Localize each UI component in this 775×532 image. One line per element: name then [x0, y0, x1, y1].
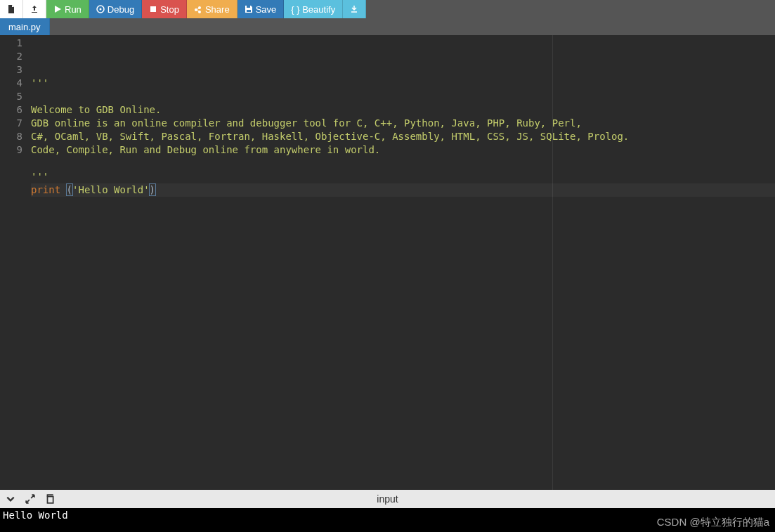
- svg-point-1: [99, 8, 101, 11]
- stop-button[interactable]: Stop: [142, 0, 187, 18]
- download-icon: [350, 5, 358, 13]
- line-number: 1: [4, 37, 22, 50]
- stop-icon: [149, 5, 157, 13]
- collapse-icon[interactable]: [6, 494, 15, 504]
- code-editor[interactable]: 123456789 '''Welcome to GDB Online.GDB o…: [0, 35, 775, 490]
- output-console[interactable]: Hello World CSDN @特立独行的猫a: [0, 508, 775, 532]
- code-line: GDB online is an online compiler and deb…: [31, 117, 775, 130]
- line-number: 7: [4, 117, 22, 130]
- toolbar: Run Debug Stop Share Save { } Beautify: [0, 0, 775, 18]
- code-line: [31, 90, 775, 103]
- stop-label: Stop: [160, 4, 179, 15]
- upload-icon: [30, 5, 39, 13]
- svg-rect-5: [48, 497, 53, 503]
- tab-label: main.py: [8, 22, 41, 32]
- share-button[interactable]: Share: [187, 0, 237, 18]
- code-line: C#, OCaml, VB, Swift, Pascal, Fortran, H…: [31, 130, 775, 143]
- debug-icon: [96, 5, 105, 13]
- line-number: 6: [4, 103, 22, 117]
- download-button[interactable]: [343, 0, 366, 18]
- share-label: Share: [205, 4, 230, 15]
- svg-rect-3: [247, 6, 250, 8]
- expand-icon[interactable]: [25, 494, 35, 504]
- line-gutter: 123456789: [0, 35, 27, 490]
- output-text: Hello World: [3, 510, 68, 521]
- copy-icon[interactable]: [45, 494, 55, 504]
- new-file-icon: [7, 5, 15, 13]
- watermark: CSDN @特立独行的猫a: [657, 516, 769, 529]
- debug-label: Debug: [108, 4, 134, 15]
- tab-bar: main.py: [0, 18, 775, 35]
- tab-main-py[interactable]: main.py: [0, 18, 50, 35]
- code-line: ''': [31, 77, 775, 90]
- beautify-button[interactable]: { } Beautify: [284, 0, 343, 18]
- new-file-button[interactable]: [0, 0, 23, 18]
- line-number: 8: [4, 130, 22, 143]
- code-line: Code, Compile, Run and Debug online from…: [31, 143, 775, 157]
- svg-rect-4: [247, 10, 251, 12]
- debug-button[interactable]: Debug: [89, 0, 142, 18]
- svg-rect-2: [150, 6, 156, 12]
- save-label: Save: [256, 4, 277, 15]
- print-margin: [552, 35, 553, 490]
- line-number: 5: [4, 90, 22, 103]
- line-number: 3: [4, 63, 22, 77]
- code-area[interactable]: '''Welcome to GDB Online.GDB online is a…: [27, 35, 775, 490]
- code-line: Welcome to GDB Online.: [31, 103, 775, 117]
- code-line: [31, 157, 775, 170]
- play-icon: [53, 5, 62, 13]
- beautify-label: { } Beautify: [291, 4, 335, 15]
- line-number: 2: [4, 50, 22, 63]
- input-label: input: [377, 493, 398, 505]
- output-panel-bar: input: [0, 490, 775, 508]
- run-button[interactable]: Run: [46, 0, 89, 18]
- upload-button[interactable]: [23, 0, 46, 18]
- code-line: ''': [31, 170, 775, 183]
- share-icon: [194, 5, 202, 13]
- code-line: print ('Hello World'): [31, 183, 775, 197]
- line-number: 4: [4, 77, 22, 90]
- run-label: Run: [65, 4, 82, 15]
- line-number: 9: [4, 143, 22, 157]
- save-button[interactable]: Save: [237, 0, 285, 18]
- save-icon: [245, 5, 253, 13]
